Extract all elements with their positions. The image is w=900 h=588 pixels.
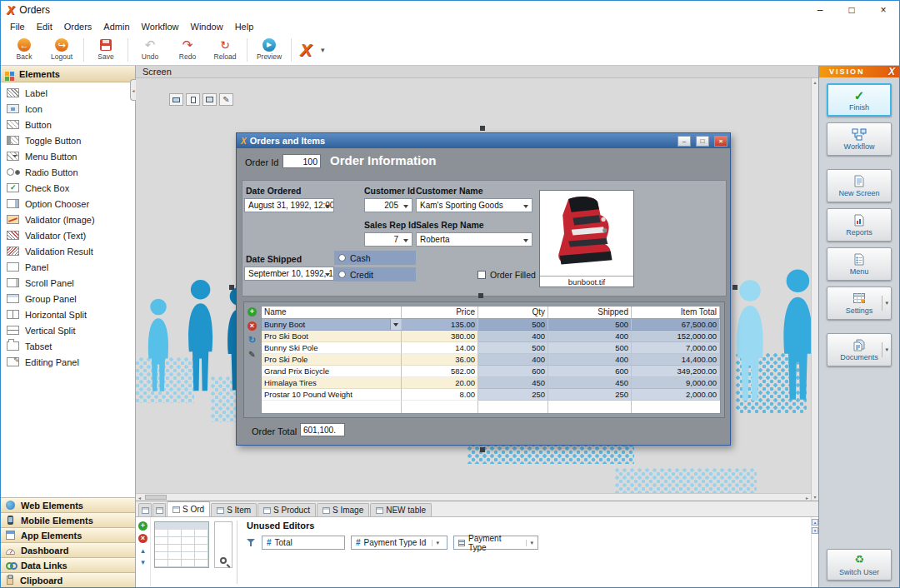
cell-shipped[interactable]: 600 xyxy=(548,366,632,377)
menu-edit[interactable]: Edit xyxy=(31,22,58,32)
order-filled-checkbox-icon[interactable] xyxy=(478,271,486,279)
scrollbar-thumb[interactable] xyxy=(145,495,167,500)
reports-button[interactable]: Reports xyxy=(827,208,892,242)
date-ordered-dropdown[interactable]: August 31, 1992, 12:00 xyxy=(244,198,334,212)
selection-handle[interactable] xyxy=(229,285,234,290)
sidebar-item-label[interactable]: Label xyxy=(1,85,135,101)
sidebar-collapse-grip[interactable]: ◂ xyxy=(130,79,136,101)
refresh-rows-icon[interactable]: ↻ xyxy=(248,336,257,345)
sidebar-item-horizontal-split[interactable]: Horizontal Split xyxy=(1,306,135,322)
menu-button[interactable]: Menu xyxy=(827,247,892,281)
credit-radio-icon[interactable] xyxy=(338,271,346,278)
order-id-input[interactable]: 100 xyxy=(282,154,321,168)
table-row[interactable]: Pro Ski Boot 380.00 400 400 152,000.00 xyxy=(262,331,720,342)
cell-item-total[interactable]: 67,500.00 xyxy=(632,319,720,331)
order-filled-checkbox-row[interactable]: Order Filled xyxy=(478,270,536,280)
payment-type-editor-chip[interactable]: Payment Type ▾ xyxy=(453,536,538,550)
panel-scroll-up-icon[interactable]: ▴ xyxy=(812,519,818,526)
cell-shipped[interactable]: 250 xyxy=(548,389,632,401)
cell-shipped[interactable]: 400 xyxy=(548,331,632,342)
reload-button[interactable]: ↻ Reload xyxy=(207,36,243,64)
menu-admin[interactable]: Admin xyxy=(98,22,135,32)
cell-name[interactable]: Prostar 10 Pound Weight xyxy=(262,389,402,401)
workflow-button[interactable]: Workflow xyxy=(827,122,892,156)
cell-qty[interactable]: 450 xyxy=(478,377,548,389)
cell-name[interactable]: Bunny Boot xyxy=(262,319,402,331)
switch-user-button[interactable]: ♻ Switch User xyxy=(827,549,892,581)
tab-s-ord[interactable]: S Ord xyxy=(167,501,210,516)
sales-rep-name-dropdown[interactable]: Roberta xyxy=(416,232,532,247)
panel-scroll-down-icon[interactable]: ▾ xyxy=(812,527,818,534)
cell-price[interactable]: 8.00 xyxy=(402,389,478,401)
undo-button[interactable]: ↶ Undo xyxy=(132,36,168,64)
tab-new-table[interactable]: NEW table xyxy=(370,503,432,516)
add-icon[interactable]: + xyxy=(138,521,148,531)
order-form-panel[interactable]: Date Ordered August 31, 1992, 12:00 Cust… xyxy=(242,180,727,296)
sidebar-item-panel[interactable]: Panel xyxy=(1,259,135,275)
column-header-name[interactable]: Name xyxy=(262,306,402,318)
scroll-up-icon[interactable]: ▴ xyxy=(813,79,816,85)
sidebar-item-vertical-split[interactable]: Vertical Split xyxy=(1,322,135,338)
delete-row-icon[interactable]: × xyxy=(248,321,257,331)
table-preview-grid[interactable] xyxy=(154,521,209,568)
back-button[interactable]: ← Back xyxy=(6,36,42,64)
selection-handle[interactable] xyxy=(478,293,483,298)
selection-handle[interactable] xyxy=(480,126,485,131)
sidebar-item-scroll-panel[interactable]: Scroll Panel xyxy=(1,275,135,291)
cell-shipped[interactable]: 450 xyxy=(548,377,632,389)
sidebar-item-group-panel[interactable]: Group Panel xyxy=(1,291,135,306)
sidebar-item-tabset[interactable]: Tabset xyxy=(1,338,135,354)
column-header-item-total[interactable]: Item Total xyxy=(632,306,720,318)
sidebar-item-radio-button[interactable]: Radio Button xyxy=(1,164,135,180)
cell-item-total[interactable]: 152,000.00 xyxy=(632,331,720,342)
sidebar-item-validation-result[interactable]: Validation Result xyxy=(1,243,135,259)
customer-name-dropdown[interactable]: Kam's Sporting Goods xyxy=(416,198,532,212)
column-header-qty[interactable]: Qty xyxy=(478,306,548,318)
cell-qty[interactable]: 500 xyxy=(478,342,548,354)
dialog-titlebar[interactable]: X Orders and Items – □ × xyxy=(237,133,730,148)
remove-icon[interactable]: × xyxy=(138,534,148,543)
sidebar-item-icon[interactable]: Icon xyxy=(1,101,135,117)
cell-item-total[interactable]: 349,200.00 xyxy=(632,366,720,377)
customer-id-dropdown[interactable]: 205 xyxy=(364,198,412,212)
edit-row-icon[interactable]: ✎ xyxy=(248,350,257,359)
cell-shipped[interactable]: 500 xyxy=(548,319,632,331)
cell-name[interactable]: Grand Prix Bicycle xyxy=(262,366,402,377)
menu-orders[interactable]: Orders xyxy=(58,22,98,32)
order-total-input[interactable]: 601,100. xyxy=(300,423,345,436)
sidebar-item-toggle-button[interactable]: Toggle Button xyxy=(1,132,135,148)
column-header-price[interactable]: Price xyxy=(402,306,478,318)
scroll-right-icon[interactable]: ▸ xyxy=(803,495,811,501)
tablet-preview-button[interactable] xyxy=(186,93,200,106)
filter-funnel-icon[interactable] xyxy=(247,538,256,547)
table-tab-icon-2[interactable] xyxy=(152,503,166,516)
cell-price[interactable]: 135.00 xyxy=(402,319,478,331)
documents-button[interactable]: Documents ▾ xyxy=(827,333,892,366)
save-button[interactable]: Save xyxy=(88,36,124,64)
sidebar-item-button[interactable]: Button xyxy=(1,117,135,132)
cell-qty[interactable]: 400 xyxy=(478,331,548,342)
cell-name[interactable]: Bunny Ski Pole xyxy=(262,342,402,354)
date-shipped-dropdown[interactable]: September 10, 1992, 1 xyxy=(244,267,334,281)
maximize-button[interactable]: □ xyxy=(836,1,868,19)
elements-header[interactable]: Elements xyxy=(1,66,135,82)
dialog-maximize-button[interactable]: □ xyxy=(696,136,709,147)
table-row[interactable]: Bunny Ski Pole 14.00 500 500 7,000.00 xyxy=(262,342,720,354)
selection-handle[interactable] xyxy=(732,285,738,290)
print-button[interactable] xyxy=(202,93,217,106)
table-row[interactable]: Himalaya Tires 20.00 450 450 9,000.00 xyxy=(262,377,720,389)
scroll-left-icon[interactable]: ◂ xyxy=(136,495,143,501)
cell-name[interactable]: Pro Ski Boot xyxy=(262,331,402,342)
section-mobile-elements[interactable]: Mobile Elements xyxy=(1,512,135,527)
tab-s-product[interactable]: S Product xyxy=(258,503,316,516)
orders-and-items-dialog[interactable]: X Orders and Items – □ × Order Id 100 Or… xyxy=(236,132,731,446)
sidebar-item-menu-button[interactable]: Menu Button xyxy=(1,148,135,164)
selection-handle[interactable] xyxy=(480,447,485,452)
table-tab-icon-1[interactable] xyxy=(138,503,152,516)
close-button[interactable]: × xyxy=(868,1,899,19)
design-canvas[interactable]: ✎ X Orders and Items xyxy=(136,78,811,493)
table-row[interactable]: Prostar 10 Pound Weight 8.00 250 250 2,0… xyxy=(262,389,720,401)
dialog-close-button[interactable]: × xyxy=(714,136,728,147)
cash-radio-option[interactable]: Cash xyxy=(334,251,416,265)
settings-button[interactable]: Settings ▾ xyxy=(827,287,892,320)
